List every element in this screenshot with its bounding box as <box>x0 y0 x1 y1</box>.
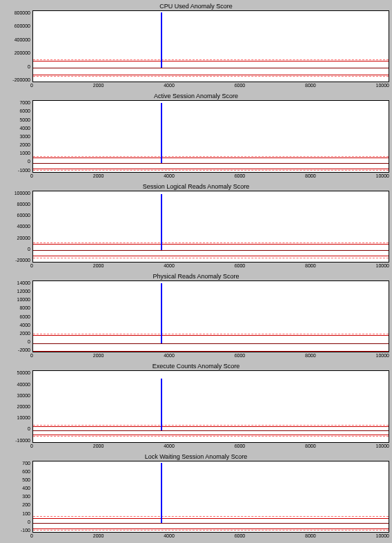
y-tick: -100 <box>3 528 30 533</box>
x-tick: 4000 <box>164 173 175 180</box>
threshold-lower-dash <box>33 530 389 531</box>
chart-title: Session Logical Reads Anomaly Score <box>3 183 389 190</box>
x-tick: 2000 <box>93 173 104 180</box>
threshold-upper <box>33 518 389 519</box>
plot-area <box>32 10 389 82</box>
y-tick: 30000 <box>3 393 30 398</box>
y-tick: 10000 <box>3 415 30 420</box>
anomaly-spike <box>161 283 162 343</box>
y-tick: 7000 <box>3 100 30 105</box>
y-tick: 14000 <box>3 280 30 285</box>
threshold-upper-dash <box>33 59 389 60</box>
y-tick: 200 <box>3 502 30 507</box>
y-tick: 0 <box>3 159 30 164</box>
chart-body: 100000800006000040000200000-20000 <box>3 191 389 263</box>
chart-4: Execute Counts Anomaly Score500004000030… <box>3 363 389 450</box>
plot-area <box>32 191 389 263</box>
zero-line <box>33 523 389 524</box>
y-tick: 100000 <box>3 191 30 196</box>
x-tick: 10000 <box>376 83 389 90</box>
x-tick: 8000 <box>305 533 316 540</box>
x-tick: 4000 <box>164 533 175 540</box>
chart-0: CPU Used Anomaly Score800000600000400000… <box>3 3 389 90</box>
chart-body: 8000006000004000002000000-200000 <box>3 10 389 82</box>
x-tick: 4000 <box>164 444 175 450</box>
y-tick: 2000 <box>3 142 30 147</box>
threshold-lower <box>33 351 389 352</box>
chart-1: Active Session Anomaly Score700060005000… <box>3 93 389 180</box>
threshold-lower-dash <box>33 258 389 258</box>
threshold-lower <box>33 75 389 75</box>
y-tick: 40000 <box>3 224 30 229</box>
x-tick: 0 <box>30 263 33 270</box>
anomaly-spike <box>161 103 162 163</box>
y-tick: -200000 <box>3 77 30 82</box>
threshold-upper-dash <box>33 156 389 157</box>
threshold-upper <box>33 426 389 427</box>
x-tick: 2000 <box>93 444 104 450</box>
y-tick: 6000 <box>3 314 30 319</box>
y-tick: 6000 <box>3 108 30 113</box>
x-axis: 0200040006000800010000 <box>30 443 389 450</box>
chart-body: 14000120001000080006000400020000-2000 <box>3 280 389 352</box>
x-tick: 0 <box>30 173 33 180</box>
chart-2: Session Logical Reads Anomaly Score10000… <box>3 183 389 270</box>
y-tick: -2000 <box>3 347 30 352</box>
y-tick: 2000 <box>3 331 30 336</box>
y-tick: 0 <box>3 520 30 524</box>
x-tick: 6000 <box>235 263 246 270</box>
threshold-lower <box>33 435 389 435</box>
chart-body: 7006005004003002001000-100 <box>3 461 389 533</box>
threshold-upper-dash <box>33 242 389 243</box>
y-tick: 0 <box>3 426 30 431</box>
x-tick: 6000 <box>235 83 246 90</box>
y-axis: 70006000500040003000200010000-1000 <box>3 100 32 172</box>
x-tick: 2000 <box>93 263 104 270</box>
y-tick: 200000 <box>3 50 30 55</box>
zero-line <box>33 250 389 251</box>
y-tick: 20000 <box>3 404 30 409</box>
x-axis: 0200040006000800010000 <box>30 533 389 540</box>
threshold-upper-dash <box>33 425 389 426</box>
plot-area <box>32 370 389 442</box>
chart-title: Active Session Anomaly Score <box>3 93 389 99</box>
y-tick: 700 <box>3 461 30 466</box>
chart-title: CPU Used Anomaly Score <box>3 3 389 10</box>
x-tick: 4000 <box>164 353 175 360</box>
y-tick: -20000 <box>3 258 30 263</box>
zero-line <box>33 343 389 344</box>
threshold-upper <box>33 158 389 158</box>
x-tick: 8000 <box>305 83 316 90</box>
threshold-lower <box>33 169 389 169</box>
x-tick: 10000 <box>376 263 389 270</box>
x-axis: 0200040006000800010000 <box>30 352 389 360</box>
y-tick: 1000 <box>3 151 30 155</box>
y-tick: 0 <box>3 64 30 69</box>
y-tick: 300 <box>3 494 30 499</box>
y-tick: 4000 <box>3 126 30 131</box>
chart-title: Execute Counts Anomaly Score <box>3 363 389 370</box>
y-tick: 100 <box>3 511 30 516</box>
chart-3: Physical Reads Anomaly Score140001200010… <box>3 273 389 360</box>
anomaly-spike <box>161 12 162 68</box>
y-tick: 400000 <box>3 37 30 42</box>
anomaly-spike <box>161 379 162 430</box>
x-tick: 0 <box>30 533 33 540</box>
x-tick: 2000 <box>93 353 104 360</box>
y-tick: -1000 <box>3 168 30 173</box>
x-tick: 10000 <box>376 444 389 450</box>
threshold-lower-dash <box>33 76 389 77</box>
anomaly-spike <box>161 194 162 250</box>
x-tick: 10000 <box>376 353 389 360</box>
y-tick: 10000 <box>3 297 30 302</box>
x-tick: 0 <box>30 353 33 360</box>
threshold-upper <box>33 244 389 245</box>
plot-area <box>32 461 389 533</box>
y-tick: 5000 <box>3 117 30 122</box>
threshold-upper-dash <box>33 516 389 517</box>
chart-body: 70006000500040003000200010000-1000 <box>3 100 389 172</box>
y-tick: 80000 <box>3 202 30 207</box>
y-tick: 50000 <box>3 370 30 375</box>
y-tick: 0 <box>3 247 30 251</box>
chart-title: Physical Reads Anomaly Score <box>3 273 389 280</box>
